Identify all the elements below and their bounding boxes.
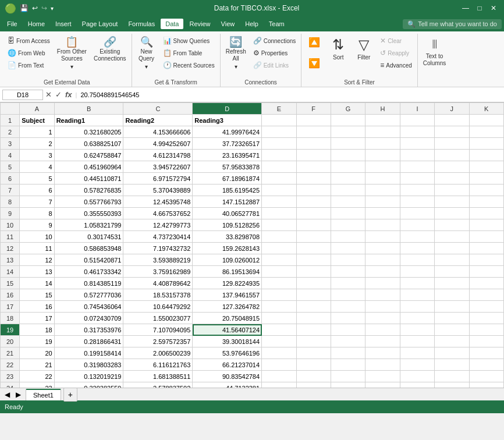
cell-8-col11[interactable] bbox=[469, 196, 503, 208]
cell-13-D[interactable]: 109.0260012 bbox=[193, 254, 262, 266]
cell-17-col6[interactable] bbox=[296, 301, 331, 313]
cell-13-col7[interactable] bbox=[331, 254, 365, 266]
cell-21-col7[interactable] bbox=[331, 347, 365, 359]
cell-22-A[interactable]: 21 bbox=[20, 359, 54, 371]
cell-12-col10[interactable] bbox=[435, 243, 469, 254]
cell-20-col11[interactable] bbox=[469, 336, 503, 347]
cell-8-col10[interactable] bbox=[435, 196, 469, 208]
cell-23-col8[interactable] bbox=[365, 371, 400, 382]
cell-5-col11[interactable] bbox=[469, 161, 503, 173]
recent-sources-button[interactable]: 🕐 Recent Sources bbox=[160, 59, 218, 71]
cell-3-col10[interactable] bbox=[435, 138, 469, 150]
cell-5-C[interactable]: 3.945722607 bbox=[123, 161, 193, 173]
cell-19-B[interactable]: 0.317353976 bbox=[54, 324, 123, 336]
spreadsheet-area[interactable]: A B C D E F G H I J K 1SubjectReading1Re… bbox=[0, 102, 504, 388]
cell-10-col5[interactable] bbox=[262, 219, 296, 231]
cell-3-A[interactable]: 2 bbox=[20, 138, 54, 150]
cell-9-C[interactable]: 4.667537652 bbox=[123, 208, 193, 219]
row-header-12[interactable]: 12 bbox=[1, 243, 20, 254]
cell-11-B[interactable]: 0.30174531 bbox=[54, 231, 123, 243]
cell-21-A[interactable]: 20 bbox=[20, 347, 54, 359]
cell-2-A[interactable]: 1 bbox=[20, 126, 54, 138]
cell-19-col8[interactable] bbox=[365, 324, 400, 336]
cell-16-D[interactable]: 137.9461557 bbox=[193, 289, 262, 301]
cell-17-col8[interactable] bbox=[365, 301, 400, 313]
cell-1-A[interactable]: Subject bbox=[20, 115, 54, 126]
cell-1-col13[interactable] bbox=[400, 115, 434, 126]
cell-6-D[interactable]: 67.18961874 bbox=[193, 173, 262, 184]
cell-12-C[interactable]: 7.197432732 bbox=[123, 243, 193, 254]
cell-2-col6[interactable] bbox=[296, 126, 331, 138]
cell-22-col9[interactable] bbox=[400, 359, 434, 371]
cell-8-D[interactable]: 147.1512887 bbox=[193, 196, 262, 208]
connections-button[interactable]: 🔗 Connections bbox=[250, 35, 299, 47]
cell-7-B[interactable]: 0.578276835 bbox=[54, 184, 123, 196]
cell-24-col7[interactable] bbox=[331, 382, 365, 388]
menu-help[interactable]: Help bbox=[240, 19, 263, 29]
cell-13-col9[interactable] bbox=[400, 254, 434, 266]
formula-cancel-icon[interactable]: ✕ bbox=[45, 90, 52, 99]
cell-10-col6[interactable] bbox=[296, 219, 331, 231]
row-header-19[interactable]: 19 bbox=[1, 324, 20, 336]
cell-11-col5[interactable] bbox=[262, 231, 296, 243]
cell-11-A[interactable]: 10 bbox=[20, 231, 54, 243]
search-box[interactable]: 🔍 Tell me what you want to do bbox=[403, 19, 502, 29]
cell-1-C[interactable]: Reading2 bbox=[123, 115, 193, 126]
cell-15-col7[interactable] bbox=[331, 278, 365, 289]
cell-12-A[interactable]: 11 bbox=[20, 243, 54, 254]
cell-8-col9[interactable] bbox=[400, 196, 434, 208]
cell-21-col6[interactable] bbox=[296, 347, 331, 359]
cell-13-col6[interactable] bbox=[296, 254, 331, 266]
cell-21-B[interactable]: 0.199158414 bbox=[54, 347, 123, 359]
cell-24-D[interactable]: 44.7132381 bbox=[193, 382, 262, 388]
cell-16-col11[interactable] bbox=[469, 289, 503, 301]
cell-15-col8[interactable] bbox=[365, 278, 400, 289]
sheet-tab-sheet1[interactable]: Sheet1 bbox=[26, 389, 61, 400]
cell-6-col11[interactable] bbox=[469, 173, 503, 184]
cell-9-col8[interactable] bbox=[365, 208, 400, 219]
cell-5-col7[interactable] bbox=[331, 161, 365, 173]
cell-7-C[interactable]: 5.370439889 bbox=[123, 184, 193, 196]
cell-10-B[interactable]: 1.058321799 bbox=[54, 219, 123, 231]
cell-9-col5[interactable] bbox=[262, 208, 296, 219]
cell-12-col9[interactable] bbox=[400, 243, 434, 254]
cell-3-col5[interactable] bbox=[262, 138, 296, 150]
cell-6-col6[interactable] bbox=[296, 173, 331, 184]
cell-14-col9[interactable] bbox=[400, 266, 434, 278]
row-header-21[interactable]: 21 bbox=[1, 347, 20, 359]
cell-14-C[interactable]: 3.759162989 bbox=[123, 266, 193, 278]
cell-20-C[interactable]: 2.597572357 bbox=[123, 336, 193, 347]
cell-10-C[interactable]: 12.42799773 bbox=[123, 219, 193, 231]
cell-5-col5[interactable] bbox=[262, 161, 296, 173]
cell-12-col8[interactable] bbox=[365, 243, 400, 254]
cell-8-A[interactable]: 7 bbox=[20, 196, 54, 208]
cell-14-col11[interactable] bbox=[469, 266, 503, 278]
cell-18-A[interactable]: 17 bbox=[20, 313, 54, 324]
cell-10-A[interactable]: 9 bbox=[20, 219, 54, 231]
cell-22-col5[interactable] bbox=[262, 359, 296, 371]
new-query-button[interactable]: 🔍 NewQuery ▾ bbox=[134, 35, 159, 77]
properties-button[interactable]: ⚙ Properties bbox=[250, 47, 299, 59]
cell-6-col8[interactable] bbox=[365, 173, 400, 184]
sort-button[interactable]: ⇅ Sort bbox=[326, 35, 350, 77]
cell-19-col6[interactable] bbox=[296, 324, 331, 336]
cell-17-col5[interactable] bbox=[262, 301, 296, 313]
cell-14-A[interactable]: 13 bbox=[20, 266, 54, 278]
cell-20-col6[interactable] bbox=[296, 336, 331, 347]
cell-10-col11[interactable] bbox=[469, 219, 503, 231]
cell-23-C[interactable]: 1.681388511 bbox=[123, 371, 193, 382]
cell-5-col10[interactable] bbox=[435, 161, 469, 173]
cell-6-col7[interactable] bbox=[331, 173, 365, 184]
cell-4-col10[interactable] bbox=[435, 150, 469, 161]
cell-13-col5[interactable] bbox=[262, 254, 296, 266]
col-header-F[interactable]: F bbox=[296, 103, 331, 115]
menu-page-layout[interactable]: Page Layout bbox=[77, 19, 123, 29]
cell-11-col9[interactable] bbox=[400, 231, 434, 243]
existing-connections-button[interactable]: 🔗 ExistingConnections bbox=[91, 35, 129, 77]
cell-2-col8[interactable] bbox=[365, 126, 400, 138]
cell-6-col5[interactable] bbox=[262, 173, 296, 184]
cell-9-B[interactable]: 0.355550393 bbox=[54, 208, 123, 219]
show-queries-button[interactable]: 📊 Show Queries bbox=[160, 35, 218, 47]
cell-24-C[interactable]: 2.578837502 bbox=[123, 382, 193, 388]
maximize-button[interactable]: □ bbox=[474, 2, 485, 14]
